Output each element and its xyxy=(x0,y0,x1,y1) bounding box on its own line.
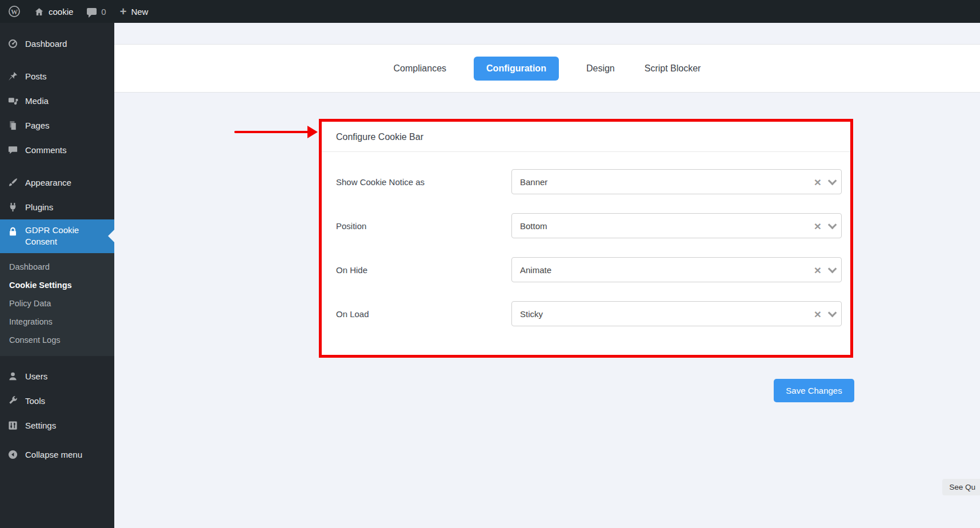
select-value: Sticky xyxy=(520,309,814,319)
on-load-select[interactable]: Sticky × xyxy=(511,301,842,326)
sidebar-item-settings[interactable]: Settings xyxy=(0,413,114,438)
sidebar-item-label: Users xyxy=(25,371,47,381)
wordpress-logo-icon[interactable]: W xyxy=(1,0,27,23)
field-label: On Hide xyxy=(336,265,367,275)
chevron-down-icon[interactable] xyxy=(828,176,837,185)
user-icon xyxy=(7,370,18,382)
sidebar-item-label: Dashboard xyxy=(25,39,67,49)
tab-design[interactable]: Design xyxy=(584,57,617,81)
sidebar-item-plugins[interactable]: Plugins xyxy=(0,195,114,219)
settings-sliders-icon xyxy=(7,419,18,431)
sidebar-item-dashboard[interactable]: Dashboard xyxy=(0,31,114,56)
home-icon xyxy=(34,7,44,17)
clear-selection-icon[interactable]: × xyxy=(814,176,821,188)
field-row-on-load: On Load Sticky × xyxy=(322,301,850,326)
field-label: Position xyxy=(336,221,366,231)
pages-icon xyxy=(7,120,18,131)
clear-selection-icon[interactable]: × xyxy=(814,308,821,320)
svg-text:W: W xyxy=(11,8,18,16)
select-value: Banner xyxy=(520,177,814,187)
field-row-position: Position Bottom × xyxy=(322,213,850,238)
select-value: Animate xyxy=(520,265,814,275)
brush-icon xyxy=(7,177,18,189)
sidebar-item-appearance[interactable]: Appearance xyxy=(0,170,114,195)
admin-sidebar: Dashboard Posts Media Pages xyxy=(0,23,114,528)
sidebar-item-label: Pages xyxy=(25,121,50,130)
main-content: Compliances Configuration Design Script … xyxy=(114,23,980,528)
submenu-item-dashboard[interactable]: Dashboard xyxy=(0,258,114,276)
field-label: Show Cookie Notice as xyxy=(336,177,425,187)
annotation-arrow-line xyxy=(234,131,310,133)
tab-compliances[interactable]: Compliances xyxy=(391,57,449,81)
field-row-show-cookie-notice: Show Cookie Notice as Banner × xyxy=(322,169,850,194)
clear-selection-icon[interactable]: × xyxy=(814,220,821,232)
see-questions-button[interactable]: See Qu xyxy=(942,479,980,495)
comment-count: 0 xyxy=(101,7,106,17)
site-menu[interactable]: cookie xyxy=(27,0,80,23)
comments-shortcut[interactable]: 0 xyxy=(80,0,113,23)
gdpr-submenu: Dashboard Cookie Settings Policy Data In… xyxy=(0,253,114,356)
sidebar-item-tools[interactable]: Tools xyxy=(0,389,114,413)
on-hide-select[interactable]: Animate × xyxy=(511,257,842,282)
collapse-arrow-icon xyxy=(7,449,18,460)
save-changes-button[interactable]: Save Changes xyxy=(774,379,854,402)
show-cookie-notice-select[interactable]: Banner × xyxy=(511,169,842,194)
panel-divider xyxy=(322,151,850,152)
sidebar-item-posts[interactable]: Posts xyxy=(0,64,114,89)
new-content-menu[interactable]: + New xyxy=(113,0,155,23)
chevron-down-icon[interactable] xyxy=(828,308,837,317)
sidebar-item-label: Settings xyxy=(25,421,56,430)
sidebar-item-comments[interactable]: Comments xyxy=(0,138,114,162)
field-row-on-hide: On Hide Animate × xyxy=(322,257,850,282)
sidebar-item-label: GDPR Cookie Consent xyxy=(25,225,107,248)
media-icon xyxy=(7,95,18,107)
comment-bubble-icon xyxy=(7,145,18,156)
collapse-menu-label: Collapse menu xyxy=(25,450,82,459)
wrench-icon xyxy=(7,395,18,406)
plus-icon: + xyxy=(120,6,127,17)
chevron-down-icon[interactable] xyxy=(828,220,837,229)
site-name: cookie xyxy=(49,7,73,17)
submenu-item-cookie-settings[interactable]: Cookie Settings xyxy=(0,276,114,294)
admin-bar: W cookie 0 + New xyxy=(0,0,980,23)
sidebar-item-label: Plugins xyxy=(25,202,53,212)
sidebar-item-label: Comments xyxy=(25,145,67,155)
pin-icon xyxy=(7,71,18,82)
panel-title: Configure Cookie Bar xyxy=(336,132,423,142)
sidebar-item-label: Media xyxy=(25,96,49,106)
lock-icon xyxy=(7,226,18,237)
comment-bubble-icon xyxy=(87,8,97,15)
sidebar-item-media[interactable]: Media xyxy=(0,89,114,113)
sidebar-item-label: Appearance xyxy=(25,178,71,187)
wordpress-admin-page: { "admin_bar": { "site_name": "cookie", … xyxy=(0,0,980,528)
select-value: Bottom xyxy=(520,221,814,231)
sidebar-item-gdpr-cookie-consent[interactable]: GDPR Cookie Consent xyxy=(0,219,114,253)
sidebar-item-label: Tools xyxy=(25,396,45,406)
tab-script-blocker[interactable]: Script Blocker xyxy=(642,57,703,81)
dashboard-gauge-icon xyxy=(7,38,18,50)
tab-configuration[interactable]: Configuration xyxy=(474,57,559,81)
field-label: On Load xyxy=(336,309,369,319)
submenu-item-consent-logs[interactable]: Consent Logs xyxy=(0,331,114,349)
sidebar-item-pages[interactable]: Pages xyxy=(0,113,114,138)
collapse-menu-button[interactable]: Collapse menu xyxy=(0,442,114,467)
settings-tabbar: Compliances Configuration Design Script … xyxy=(114,44,980,93)
submenu-item-policy-data[interactable]: Policy Data xyxy=(0,294,114,313)
chevron-down-icon[interactable] xyxy=(828,264,837,273)
configure-cookie-bar-panel: Configure Cookie Bar Show Cookie Notice … xyxy=(319,119,853,358)
position-select[interactable]: Bottom × xyxy=(511,213,842,238)
submenu-item-integrations[interactable]: Integrations xyxy=(0,313,114,331)
sidebar-item-label: Posts xyxy=(25,71,47,81)
new-label: New xyxy=(131,7,148,17)
clear-selection-icon[interactable]: × xyxy=(814,264,821,276)
plug-icon xyxy=(7,202,18,213)
sidebar-item-users[interactable]: Users xyxy=(0,364,114,389)
